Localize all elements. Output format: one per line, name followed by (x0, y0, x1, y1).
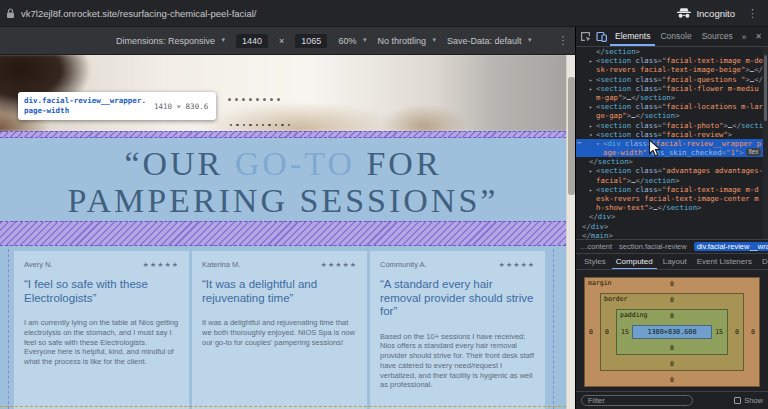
slider-dot[interactable] (230, 124, 232, 126)
node-menu-icon[interactable]: ⋯ (577, 139, 581, 148)
expand-arrow-icon[interactable]: ▸ (589, 121, 596, 130)
browser-menu-icon[interactable]: ⋮ (743, 7, 762, 20)
elements-tree-row[interactable]: ▸<section class="facial-text-image m-d (576, 185, 763, 194)
save-data-select[interactable]: Save-Data: default (447, 36, 532, 46)
code-token: =" (658, 185, 667, 194)
breadcrumb-item[interactable]: section.facial-review (619, 242, 687, 251)
elements-tree-row[interactable]: ▸<section class="facial-flower m-mediu (576, 84, 763, 93)
slider-dot[interactable] (256, 98, 259, 101)
device-toolbar-toggle-icon[interactable] (594, 27, 609, 47)
expand-arrow-icon[interactable]: ▸ (589, 84, 596, 93)
expand-arrow-icon[interactable]: ▸ (589, 56, 596, 65)
computed-pane: margin 0 0 0 0 border 0 0 0 0 padding 0 (576, 270, 768, 391)
zoom-select[interactable]: 60% (338, 36, 366, 46)
expand-arrow-icon[interactable]: ▾ (596, 139, 603, 148)
elements-tree-row[interactable]: facial">…</section> (576, 176, 763, 185)
slider-dot[interactable] (249, 124, 251, 126)
elements-tree-row[interactable]: sk-revers facial-text-image-beige">…</se… (576, 65, 763, 74)
elements-tree-row[interactable]: </section> (576, 157, 763, 166)
expand-arrow-icon[interactable]: ▸ (589, 185, 596, 194)
border-label: border (604, 295, 627, 303)
devtools-tab-sources[interactable]: Sources (697, 27, 738, 46)
elements-tree-row[interactable]: h-show-text">…</section> (576, 203, 763, 212)
code-token: section (600, 185, 631, 194)
margin-bottom-value: 0 (670, 376, 674, 384)
elements-tree-row[interactable]: ▸<section class="facial-locations m-lar (576, 102, 763, 111)
sidebar-tab-layout[interactable]: Layout (659, 254, 691, 270)
padding-right-value: 15 (715, 328, 723, 336)
elements-tree-row[interactable]: ▾<section class="facial-review"> (576, 130, 763, 139)
elements-tree-row[interactable]: </div> (576, 212, 763, 221)
code-token: class (631, 130, 657, 139)
close-devtools-icon[interactable]: ✕ (751, 32, 766, 41)
devtools-tab-console[interactable]: Console (655, 27, 696, 46)
code-token: section (644, 111, 675, 120)
slider-dot[interactable] (249, 98, 252, 101)
code-token: facial-flower m-mediu (666, 84, 758, 93)
flex-badge[interactable]: flex (746, 148, 762, 156)
viewport-width-input[interactable]: 1440 (236, 34, 268, 48)
elements-tree-row[interactable]: age-width" bis_skin_checked="1">flex…</d… (576, 148, 763, 157)
devtools-scrollbar-thumb[interactable] (764, 55, 767, 121)
inspect-element-icon[interactable] (578, 27, 593, 47)
slider-dot[interactable] (256, 124, 258, 126)
throttling-select[interactable]: No throttling (377, 36, 436, 46)
slider-dot[interactable] (228, 98, 231, 101)
elements-tree-row[interactable]: ▸<section class="facial-questions ">…</s… (576, 75, 763, 84)
filter-input[interactable] (581, 395, 693, 406)
devtools-tab-elements[interactable]: Elements (610, 27, 655, 46)
elements-tree-row[interactable]: esk-revers facial-text-image-center m (576, 194, 763, 203)
code-token: =" (658, 75, 667, 84)
sidebar-tab-dom-b[interactable]: DOM B (758, 254, 768, 270)
devtools-scrollbar[interactable] (763, 47, 768, 239)
slider-dot[interactable] (262, 124, 264, 126)
elements-tree-row[interactable]: ▸<section class="facial-text-image m-de (576, 56, 763, 65)
more-tabs-icon[interactable]: » (739, 32, 750, 42)
page-scrollbar[interactable] (566, 55, 575, 409)
expand-arrow-icon[interactable]: ▸ (589, 102, 596, 111)
page-scrollbar-thumb[interactable] (568, 77, 575, 195)
elements-tree-row[interactable]: ▸<section class="advantages advantages- (576, 166, 763, 175)
breadcrumb-item[interactable]: …content (580, 242, 612, 251)
code-token: div (607, 139, 620, 148)
elements-tree-row[interactable]: ⋯▾<div class="facial-review__wrapper p (576, 139, 763, 148)
elements-tree-row[interactable]: </section> (576, 47, 763, 56)
slider-dot[interactable] (235, 98, 238, 101)
inspected-size: 1410 × 830.6 (154, 102, 208, 111)
expand-arrow-icon[interactable]: ▾ (589, 130, 596, 139)
sidebar-tab-event-listeners[interactable]: Event Listeners (693, 254, 756, 270)
slider-dot[interactable] (243, 124, 245, 126)
code-token: esk-revers facial-text-image-center m (596, 194, 759, 203)
sidebar-tab-computed[interactable]: Computed (612, 254, 657, 270)
device-toolbar-menu-icon[interactable]: ⋮ (553, 34, 572, 47)
sidebar-tab-styles[interactable]: Styles (580, 254, 610, 270)
expand-arrow-icon[interactable]: ▸ (589, 166, 596, 175)
viewport-height-input[interactable]: 1065 (295, 34, 327, 48)
review-card-header: Avery N.★★★★★ (24, 260, 179, 269)
slider-dot[interactable] (277, 98, 280, 101)
slider-dot[interactable] (263, 98, 266, 101)
device-dimensions-select[interactable]: Dimensions: Responsive (116, 36, 225, 46)
elements-tree-row[interactable]: ▸<section class="facial-photo">…</sectio… (576, 121, 763, 130)
elements-tree-row[interactable]: </div> (576, 222, 763, 231)
elements-tree-row[interactable]: m-gap">…</section> (576, 93, 763, 102)
elements-tree-row[interactable]: ge-gap">…</section> (576, 111, 763, 120)
slider-dot[interactable] (242, 98, 245, 101)
breadcrumb-item[interactable]: div.facial-review__wrapper (694, 242, 768, 251)
show-all-checkbox[interactable] (734, 397, 741, 404)
elements-tree-row[interactable]: </main> (576, 231, 763, 239)
slider-dot[interactable] (288, 124, 290, 126)
code-token: =" (658, 102, 667, 111)
overlay-guide-right (553, 249, 554, 409)
code-token: section (666, 203, 697, 212)
box-model-content-size: 1380×830.600 (632, 325, 712, 339)
slider-dot[interactable] (268, 124, 270, 126)
slider-dot[interactable] (270, 98, 273, 101)
slider-dot[interactable] (281, 124, 283, 126)
code-token: > (671, 93, 675, 102)
address-bar[interactable]: vk7l2ejl8f.onrocket.site/resurfacing-che… (21, 8, 667, 19)
slider-dot[interactable] (275, 124, 277, 126)
code-token: facial-text-image m-de (666, 56, 763, 65)
slider-dot[interactable] (236, 124, 238, 126)
expand-arrow-icon[interactable]: ▸ (589, 75, 596, 84)
